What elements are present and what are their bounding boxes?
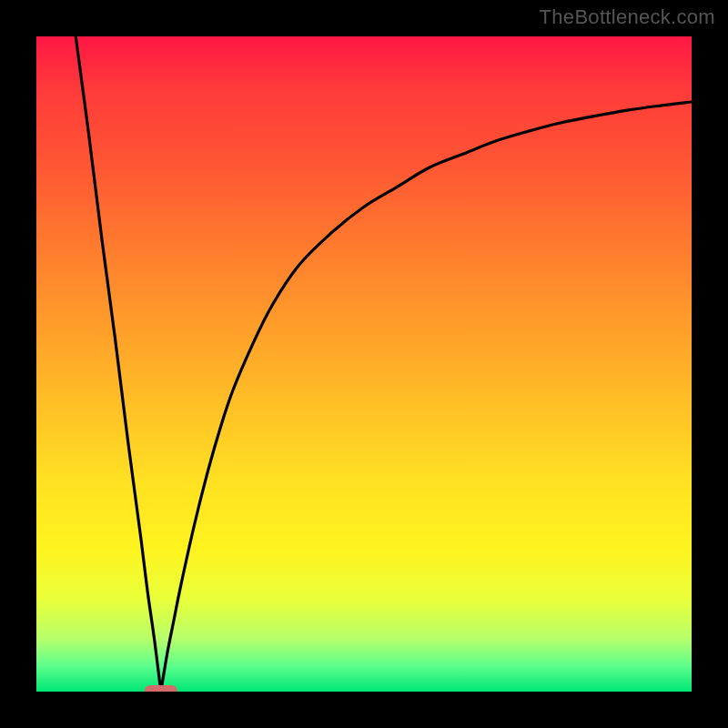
bottleneck-marker <box>145 685 177 692</box>
chart-svg <box>36 36 692 692</box>
chart-container: TheBottleneck.com <box>0 0 728 728</box>
curve-path <box>76 36 692 692</box>
watermark-text: TheBottleneck.com <box>540 5 715 29</box>
marker-group <box>145 685 177 692</box>
curve-group <box>76 36 692 692</box>
plot-area <box>36 36 692 692</box>
